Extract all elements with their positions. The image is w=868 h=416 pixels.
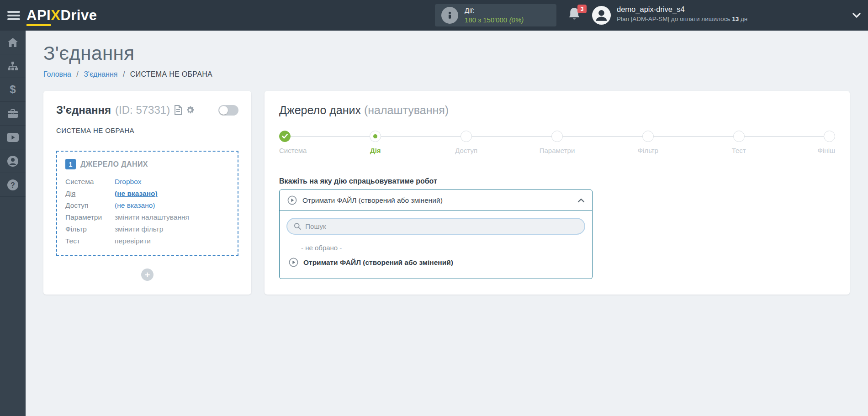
logo-x: X [51,7,60,23]
filter-value[interactable]: змінити фільтр [115,223,163,235]
action-select[interactable]: Отримати ФАЙЛ (створений або змінений) [280,190,592,211]
sidebar-item-billing[interactable]: $ [0,78,26,102]
step-pending-circle [733,131,745,142]
play-circle-icon [289,258,298,267]
dropdown-options: - не обрано - Отримати ФАЙЛ (створений а… [280,235,592,279]
step-done-check-icon [279,131,291,142]
info-icon[interactable] [441,7,458,24]
step-active-dot-icon [370,131,381,142]
dollar-icon: $ [7,84,19,96]
plan-days-left: 13 [732,16,739,22]
step-pending-circle [824,131,835,142]
video-play-icon [6,132,19,142]
notification-badge: 3 [577,5,587,13]
notifications-bell-icon[interactable]: 3 [567,6,583,24]
sidebar-item-account[interactable] [0,149,26,173]
user-menu-chevron-icon[interactable] [852,12,861,20]
step-pending-circle [551,131,563,142]
settings-gear-icon[interactable] [185,105,195,115]
dropdown-option-none[interactable]: - не обрано - [280,241,592,254]
connection-id: (ID: 57331) [115,104,170,116]
sidebar-item-services[interactable] [0,102,26,126]
step-pending-circle [460,131,472,142]
sidebar-item-video-tutorials[interactable] [0,126,26,149]
app-logo[interactable]: APIXDrive [26,7,97,24]
access-value-link[interactable]: (не вказано) [115,200,155,211]
connection-title: З'єднання [56,104,111,116]
main-content: З'єднання Головна / З'єднання / СИСТЕМА … [26,31,868,416]
username: demo_apix-drive_s4 [617,5,747,14]
logo-api: API [26,7,51,26]
question-circle-icon: ? [7,179,19,191]
source-row-test: Тест перевірити [65,235,229,247]
step-number-badge: 1 [65,159,76,169]
action-question-label: Вкажіть на яку дію спрацьовуватиме робот [279,177,835,185]
system-value-link[interactable]: Dropbox [115,176,142,188]
connection-card: З'єднання (ID: 57331) СИСТЕМА НЕ ОБРАНА … [43,91,251,295]
step-pending-circle [642,131,654,142]
sidebar-item-connections[interactable] [0,54,26,78]
actions-label: Дії: [465,6,524,15]
step-filter[interactable]: Фільтр [616,131,680,154]
test-value[interactable]: перевірити [115,235,151,247]
breadcrumb-home[interactable]: Головна [43,70,71,78]
logo-drive: Drive [60,7,97,23]
connection-toggle[interactable] [218,105,238,116]
home-icon [7,37,19,48]
action-dropdown: Отримати ФАЙЛ (створений або змінений) [279,190,593,279]
source-row-action: Дія (не вказано) [65,188,229,200]
step-test[interactable]: Тест [707,131,771,154]
step-finish[interactable]: Фініш [771,131,835,154]
breadcrumb-connections[interactable]: З'єднання [84,70,117,78]
breadcrumb: Головна / З'єднання / СИСТЕМА НЕ ОБРАНА [43,70,850,79]
setup-stepper: Система Дія Доступ Параметри Фільтр [279,131,835,159]
source-row-access: Доступ (не вказано) [65,200,229,211]
setup-card-title-suffix: (налаштування) [364,104,449,116]
svg-text:?: ? [11,181,15,189]
chevron-up-icon [577,198,585,203]
sidebar-item-home[interactable] [0,31,26,54]
sidebar-item-help[interactable]: ? [0,173,26,197]
source-row-system: Система Dropbox [65,176,229,188]
top-header: APIXDrive Дії: 180 з 150'000 (0%) 3 demo… [0,0,868,31]
setup-card-title: Джерело даних (налаштування) [279,104,835,117]
connection-system-status: СИСТЕМА НЕ ОБРАНА [56,126,238,140]
step-parameters[interactable]: Параметри [525,131,589,154]
sitemap-icon [7,61,19,72]
actions-counter-panel: Дії: 180 з 150'000 (0%) [435,4,556,26]
briefcase-icon [7,108,19,119]
step-action[interactable]: Дія [344,131,408,154]
data-source-block-title: ДЖЕРЕЛО ДАНИХ [80,160,148,169]
search-icon [294,222,301,230]
user-menu[interactable]: demo_apix-drive_s4 Plan |ADM-AP-SM| до о… [617,5,747,22]
action-value-link[interactable]: (не вказано) [115,188,158,200]
page-title: З'єднання [43,42,850,64]
step-access[interactable]: Доступ [434,131,498,154]
sidebar-nav: $ ? [0,31,26,416]
source-row-filter: Фільтр змінити фільтр [65,223,229,235]
add-step-button[interactable]: + [141,269,153,281]
play-circle-icon [287,195,297,205]
data-source-setup-card: Джерело даних (налаштування) Система Дія [265,91,850,295]
dropdown-search-box [286,218,585,235]
user-avatar[interactable] [592,6,611,25]
source-row-parameters: Параметри змінити налаштування [65,211,229,223]
svg-text:$: $ [10,84,16,95]
plan-info: Plan |ADM-AP-SM| до оплати лишилось 13 д… [617,16,747,22]
user-circle-icon [7,155,19,167]
action-select-value: Отримати ФАЙЛ (створений або змінений) [302,196,443,205]
hamburger-menu-icon[interactable] [7,11,20,20]
actions-count: 180 з 150'000 [465,16,507,24]
step-system[interactable]: Система [279,131,343,154]
parameters-value[interactable]: змінити налаштування [115,211,189,223]
data-source-block[interactable]: 1 ДЖЕРЕЛО ДАНИХ Система Dropbox Дія (не … [56,151,238,256]
dropdown-search-input[interactable] [305,222,578,230]
document-icon[interactable] [174,105,182,115]
dropdown-option-get-file[interactable]: Отримати ФАЙЛ (створений або змінений) [280,254,592,270]
breadcrumb-current: СИСТЕМА НЕ ОБРАНА [130,70,212,78]
actions-percent: (0%) [509,16,524,24]
